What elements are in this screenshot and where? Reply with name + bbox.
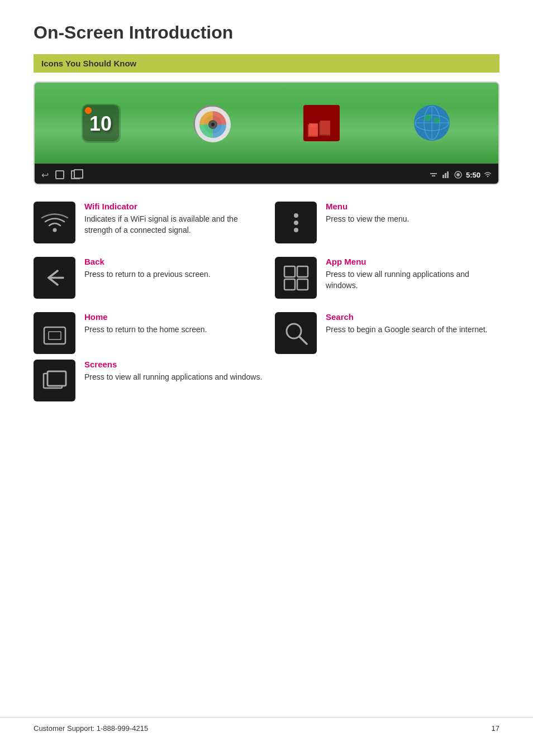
home-desc: Press to return to the home screen. [84,324,207,335]
wifi-title: Wifi Indicator [84,202,258,211]
back-title: Back [84,257,211,266]
icon-item-appmenu: App Menu Press to view all running appli… [275,257,499,299]
menu-icon-box [275,202,317,243]
screens-icon [41,367,69,395]
icon-item-menu: Menu Press to view the menu. [275,202,499,243]
app-icon-10: 10 [80,102,122,144]
wifi-icon [41,209,69,237]
svg-point-27 [53,228,56,232]
svg-rect-14 [320,121,330,135]
taskbar-screens-icon [71,170,80,179]
page-footer: Customer Support: 1-888-999-4215 17 [0,717,533,739]
search-text: Search Press to begin a Google search of… [326,312,488,335]
app-icon-globe [411,102,453,144]
menu-desc: Press to view the menu. [326,213,409,224]
support-text: Customer Support: 1-888-999-4215 [34,724,148,733]
svg-rect-41 [47,371,66,386]
home-icon-box [34,312,75,354]
taskbar-status-icon2 [441,170,450,179]
back-text: Back Press to return to a previous scree… [84,257,211,280]
icon-item-back: Back Press to return to a previous scree… [34,257,258,299]
appmenu-text: App Menu Press to view all running appli… [326,257,499,291]
screens-desc: Press to view all running applications a… [84,371,262,382]
screens-title: Screens [84,360,262,369]
appmenu-title: App Menu [326,257,499,266]
svg-point-28 [294,213,298,218]
icon-item-screens: Screens Press to view all running applic… [34,360,499,401]
wifi-text: Wifi Indicator Indicates if a WiFi signa… [84,202,258,236]
icon-item-wifi: Wifi Indicator Indicates if a WiFi signa… [34,202,258,243]
home-text: Home Press to return to the home screen. [84,312,207,335]
svg-rect-35 [44,327,65,344]
svg-rect-12 [309,123,318,136]
back-icon-box [34,257,75,299]
section-header: Icons You Should Know [34,54,499,73]
books-icon-display [303,105,340,141]
appmenu-icon-box [275,257,317,299]
menu-icon [285,209,307,237]
app-icon-books [301,102,342,144]
search-desc: Press to begin a Google search of the in… [326,324,488,335]
svg-rect-32 [297,266,308,277]
icon-10-display: 10 [82,104,121,143]
page-title: On-Screen Introduction [34,22,499,43]
back-icon [42,265,67,290]
svg-point-2 [85,107,92,114]
icons-grid: Wifi Indicator Indicates if a WiFi signa… [34,202,499,354]
page-number: 17 [492,724,499,733]
home-title: Home [84,312,207,322]
search-icon-box [275,312,317,354]
svg-point-29 [294,221,298,225]
back-desc: Press to return to a previous screen. [84,269,211,280]
svg-rect-34 [297,279,308,290]
appmenu-icon [282,264,310,292]
screen-content: 10 [35,83,498,164]
app-icons-row: 10 [46,102,487,144]
wifi-icon-box [34,202,75,243]
svg-rect-37 [49,332,61,339]
taskbar-battery-icon [454,170,463,179]
disc-icon-display [193,105,230,141]
menu-text: Menu Press to view the menu. [326,202,409,224]
svg-point-9 [211,123,215,126]
device-screenshot: 10 [34,82,499,185]
svg-point-26 [456,173,460,176]
svg-rect-33 [284,279,295,290]
taskbar-right: 5:50 [429,170,492,179]
icon-item-home: Home Press to return to the home screen. [34,312,258,354]
taskbar-time: 5:50 [466,171,480,179]
screens-icon-box [34,360,75,401]
icon-item-search: Search Press to begin a Google search of… [275,312,499,354]
menu-title: Menu [326,202,409,211]
taskbar-wifi-icon [484,171,492,179]
svg-point-30 [294,228,298,232]
appmenu-desc: Press to view all running applications a… [326,269,499,291]
svg-line-39 [299,337,307,344]
screens-text: Screens Press to view all running applic… [84,360,262,382]
taskbar-back-icon: ↩ [41,170,49,180]
search-icon [282,319,310,347]
taskbar-status-icon1 [429,170,438,179]
svg-rect-31 [284,266,295,277]
taskbar-left: ↩ [41,170,80,180]
taskbar: ↩ 5:50 [35,164,498,185]
svg-text:10: 10 [89,112,112,135]
taskbar-home-icon [55,170,64,179]
search-title: Search [326,312,488,322]
globe-icon-display [414,105,450,141]
home-icon [41,319,69,347]
app-icon-disc [191,102,232,144]
wifi-desc: Indicates if a WiFi signal is available … [84,213,258,236]
